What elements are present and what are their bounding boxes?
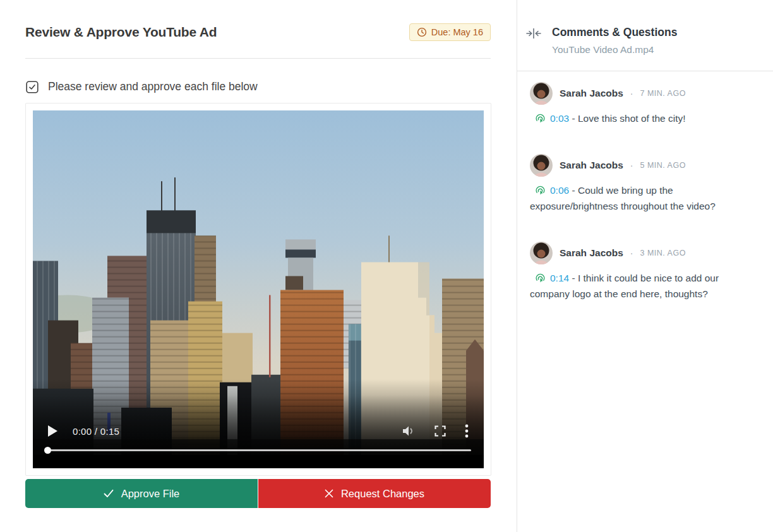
comment-separator: · (630, 160, 633, 170)
comment-author: Sarah Jacobs (560, 247, 623, 259)
collapse-panel-icon[interactable] (526, 28, 541, 39)
comment-item: Sarah Jacobs · 3 MIN. AGO 0:14 - I think… (530, 242, 758, 302)
video-player[interactable]: 0:00 / 0:15 (33, 110, 484, 468)
comment-header: Sarah Jacobs · 3 MIN. AGO (530, 242, 758, 264)
approve-file-button[interactable]: Approve File (25, 479, 258, 508)
comment-separator: · (630, 248, 633, 258)
request-changes-label: Request Changes (341, 488, 424, 500)
approve-file-label: Approve File (121, 488, 180, 500)
comment-timestamp-link[interactable]: 0:03 (550, 113, 569, 124)
comment-item: Sarah Jacobs · 7 MIN. AGO 0:03 - Love th… (530, 82, 758, 126)
comment-time-ago: 5 MIN. AGO (640, 161, 685, 170)
x-icon (325, 489, 333, 498)
header-divider (25, 58, 491, 59)
clock-icon (417, 27, 427, 37)
file-card: 0:00 / 0:15 (25, 103, 491, 476)
comments-panel-divider (517, 71, 773, 71)
video-controls-bar: 0:00 / 0:15 (33, 422, 484, 440)
video-progress-bar[interactable] (45, 449, 471, 451)
comments-panel: Comments & Questions YouTube Video Ad.mp… (517, 0, 773, 532)
comment-time-ago: 3 MIN. AGO (640, 249, 685, 257)
play-button[interactable] (48, 425, 57, 437)
check-icon (104, 489, 114, 498)
comment-timestamp-link[interactable]: 0:14 (550, 273, 569, 283)
comment-body: 0:06 - Could we bring up the exposure/br… (530, 182, 758, 214)
action-buttons: Approve File Request Changes (25, 479, 491, 508)
tap-timestamp-icon (535, 273, 546, 283)
comment-header: Sarah Jacobs · 5 MIN. AGO (530, 154, 758, 177)
comment-timestamp-link[interactable]: 0:06 (550, 185, 569, 196)
more-options-icon[interactable] (465, 424, 469, 438)
due-date-badge: Due: May 16 (409, 23, 491, 41)
avatar (530, 154, 553, 177)
comment-text: - Love this shot of the city! (572, 113, 685, 124)
fullscreen-icon[interactable] (434, 425, 446, 437)
request-changes-button[interactable]: Request Changes (258, 479, 491, 508)
comment-body: 0:03 - Love this shot of the city! (530, 110, 758, 126)
comment-separator: · (630, 88, 633, 98)
comment-author: Sarah Jacobs (560, 160, 623, 171)
comment-header: Sarah Jacobs · 7 MIN. AGO (530, 82, 758, 105)
tap-timestamp-icon (535, 113, 546, 124)
instruction-row: Please review and approve each file belo… (26, 80, 258, 93)
instruction-label: Please review and approve each file belo… (48, 80, 258, 93)
comments-panel-filename: YouTube Video Ad.mp4 (552, 44, 654, 56)
page-title: Review & Approve YouTube Ad (25, 25, 217, 40)
comment-body: 0:14 - I think it could be nice to add o… (530, 270, 758, 302)
video-time-display: 0:00 / 0:15 (73, 426, 119, 437)
comment-item: Sarah Jacobs · 5 MIN. AGO 0:06 - Could w… (530, 154, 758, 214)
comment-time-ago: 7 MIN. AGO (640, 89, 685, 98)
volume-icon[interactable] (400, 424, 416, 438)
tap-timestamp-icon (535, 185, 546, 196)
comments-panel-title: Comments & Questions (552, 26, 677, 39)
page-header: Review & Approve YouTube Ad Due: May 16 (25, 21, 491, 43)
comments-list: Sarah Jacobs · 7 MIN. AGO 0:03 - Love th… (530, 82, 758, 329)
avatar (530, 82, 553, 105)
avatar (530, 242, 553, 264)
due-date-label: Due: May 16 (431, 27, 483, 37)
video-progress-handle[interactable] (44, 447, 51, 454)
review-main-panel: Review & Approve YouTube Ad Due: May 16 … (0, 0, 517, 532)
comment-author: Sarah Jacobs (560, 88, 623, 99)
checkbox-icon (26, 81, 39, 93)
